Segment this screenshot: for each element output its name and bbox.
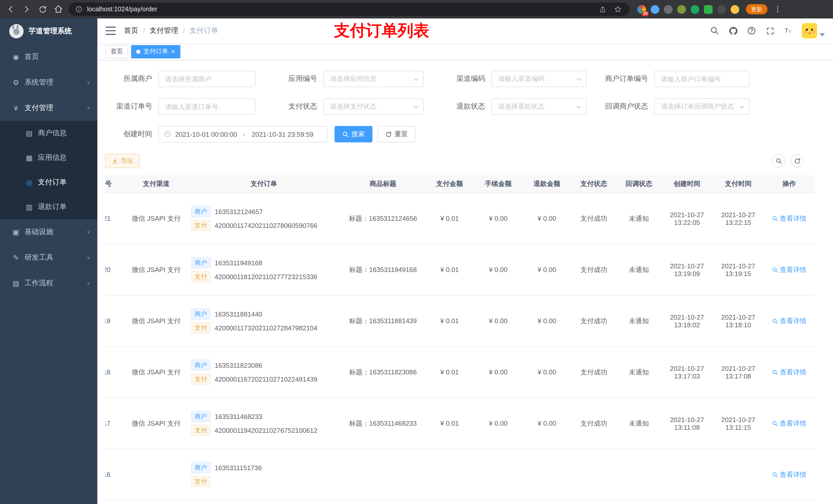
channel-transaction-no: 4200001181202110277723215336 [215, 273, 317, 281]
table-row: 121 微信 JSAPI 支付 商户 1635312124657 支 [105, 193, 814, 244]
reload-icon[interactable] [37, 4, 48, 15]
extension-icon[interactable] [664, 5, 673, 14]
create-time-range-picker[interactable]: 2021-10-01 00:00:00 - 2021-10-31 23:59:5… [158, 126, 327, 142]
magnifier-icon [772, 472, 778, 478]
pay-channel [125, 449, 187, 500]
sidebar-item-dev-tools[interactable]: ✎ 研发工具 ∨ [0, 245, 97, 270]
extension-icon[interactable]: 10 [637, 5, 646, 14]
refund-status-filter-select[interactable]: 请选择退款状态 [491, 98, 587, 115]
breadcrumb-home[interactable]: 首页 [124, 26, 138, 35]
pay-amount: ¥ 0.01 [425, 398, 474, 449]
view-detail-link[interactable]: 查看详情 [772, 214, 806, 223]
refresh-table-icon[interactable] [790, 154, 804, 167]
breadcrumb-payment[interactable]: 支付管理 [149, 26, 178, 35]
merchant-order-no: 1635312124657 [215, 208, 263, 215]
sidebar-item-pay-order[interactable]: ◎ 支付订单 [0, 170, 97, 195]
pay-status: 支付成功 [571, 346, 616, 398]
view-detail-link[interactable]: 查看详情 [772, 419, 806, 428]
pay-tag: 支付 [191, 271, 211, 282]
chevron-down-icon: ∨ [87, 80, 90, 85]
yen-icon: ¥ [10, 104, 22, 112]
browser-menu-icon[interactable] [772, 4, 783, 15]
sidebar-item-refund-order[interactable]: ▥ 退款订单 [0, 195, 97, 219]
sidebar-item-app-info[interactable]: ▦ 应用信息 [0, 145, 97, 170]
search-button[interactable]: 搜索 [335, 126, 373, 142]
close-tab-icon[interactable]: × [171, 48, 175, 55]
extension-icon[interactable] [704, 5, 713, 14]
search-icon[interactable] [710, 26, 720, 36]
merchant-order-no-filter-input[interactable] [654, 71, 749, 87]
sidebar-item-infrastructure[interactable]: ▣ 基础设施 ∨ [0, 219, 97, 245]
active-tab-dot [136, 49, 140, 53]
notify-status-filter-select[interactable]: 请选择订单回调商户状态 [654, 98, 749, 115]
tags-view-bar: 首页 支付订单 × [97, 43, 833, 61]
table-header-cell: 回调状态 [616, 175, 661, 193]
address-bar[interactable]: localhost:1024/pay/order [69, 3, 629, 16]
bookmark-star-icon[interactable] [612, 4, 623, 15]
chevron-down-icon [413, 104, 419, 110]
pay-status-filter-select[interactable]: 请选择支付状态 [323, 98, 424, 115]
flow-icon: ▧ [10, 279, 22, 287]
merchant-order-no: 1635311881440 [215, 310, 262, 318]
view-detail-link[interactable]: 查看详情 [772, 316, 806, 326]
user-avatar[interactable] [802, 23, 825, 39]
merchant-order-no: 1635311823086 [215, 361, 262, 369]
create-time: 2021-10-27 13:11:08 [661, 398, 713, 449]
view-detail-link[interactable]: 查看详情 [772, 367, 806, 377]
extension-icon[interactable] [691, 5, 699, 14]
merchant-tag: 商户 [191, 206, 211, 217]
svg-text:T: T [785, 27, 788, 34]
merchant-filter-input[interactable] [158, 71, 256, 87]
url-text[interactable]: localhost:1024/pay/order [87, 6, 593, 13]
tab-pay-order[interactable]: 支付订单 × [131, 45, 180, 58]
refund-amount: ¥ 0.00 [523, 193, 571, 244]
sidebar-item-home[interactable]: ◉ 首页 [0, 44, 97, 70]
reset-button[interactable]: 重置 [378, 126, 415, 142]
pay-order-cell: 商户 1635312124657 支付 42000011742021102780… [187, 193, 341, 244]
fullscreen-icon[interactable] [765, 26, 775, 36]
sidebar-item-merchant-info[interactable]: ▤ 商户信息 [0, 121, 97, 145]
sidebar-item-system[interactable]: ⚙ 系统管理 ∨ [0, 70, 97, 95]
create-time: 2021-10-27 13:17:03 [661, 346, 713, 398]
forward-icon[interactable] [21, 4, 32, 15]
app-id-filter-select[interactable]: 请选择应用信息 [323, 71, 424, 87]
sidebar-toggle-icon[interactable] [105, 27, 116, 35]
view-detail-link[interactable]: 查看详情 [772, 265, 806, 274]
notify-status: 未通知 [616, 346, 661, 398]
pay-channel: 微信 JSAPI 支付 [125, 398, 187, 449]
toggle-search-icon[interactable] [772, 154, 785, 167]
payment-submenu: ▤ 商户信息 ▦ 应用信息 ◎ 支付订单 ▥ 退款订单 [0, 121, 97, 219]
site-info-icon[interactable] [75, 4, 83, 15]
create-time: 2021-10-27 13:22:05 [661, 193, 713, 244]
channel-code-filter-select[interactable]: 请输入渠道编码 [491, 71, 587, 87]
table-header-cell: 编号 [105, 175, 125, 193]
date-start-value: 2021-10-01 00:00:00 [175, 130, 237, 138]
help-icon[interactable] [746, 26, 757, 36]
extension-icon[interactable] [677, 5, 686, 14]
share-icon[interactable] [597, 4, 608, 15]
extension-icon[interactable] [651, 5, 659, 14]
extensions-puzzle-icon[interactable] [717, 5, 726, 14]
product-title: 标题：1635311949168 [341, 244, 425, 295]
sidebar-item-workflow[interactable]: ▧ 工作流程 ∨ [0, 270, 97, 296]
refund-amount [523, 449, 571, 500]
browser-update-button[interactable]: 更新 [746, 4, 767, 14]
view-detail-link[interactable]: 查看详情 [772, 470, 806, 479]
pay-status: 支付成功 [571, 295, 616, 346]
refund-amount: ¥ 0.00 [523, 244, 571, 295]
github-icon[interactable] [728, 26, 738, 36]
sidebar-item-payment[interactable]: ¥ 支付管理 ∧ [0, 95, 97, 121]
table-row: 120 微信 JSAPI 支付 商户 1635311949168 支 [105, 244, 814, 295]
home-icon[interactable] [53, 4, 64, 15]
refund-amount: ¥ 0.00 [523, 346, 571, 398]
font-size-icon[interactable]: TT [783, 26, 793, 36]
merchant-tag: 商户 [191, 462, 211, 473]
tab-home[interactable]: 首页 [105, 45, 128, 58]
pay-channel: 微信 JSAPI 支付 [125, 193, 187, 244]
channel-order-no-filter-input[interactable] [158, 98, 256, 115]
date-end-value: 2021-10-31 23:59:59 [252, 130, 313, 138]
back-icon[interactable] [5, 4, 16, 15]
export-button[interactable]: 导出 [105, 154, 140, 168]
profile-avatar-icon[interactable] [731, 5, 739, 14]
chevron-down-icon: ∨ [87, 255, 90, 260]
